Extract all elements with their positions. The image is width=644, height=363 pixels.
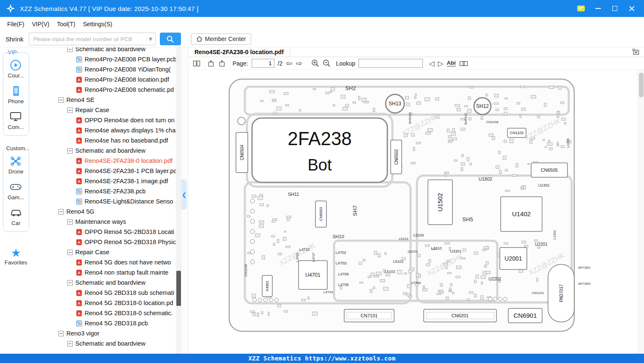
collapse-expander-icon[interactable] bbox=[58, 97, 64, 103]
tree-item[interactable]: AReno4SE-2FA238-1 image.pdf bbox=[32, 176, 181, 186]
collapse-expander-icon[interactable] bbox=[67, 341, 73, 346]
menu-item[interactable]: Settings(S) bbox=[79, 17, 116, 31]
collapse-expander-icon[interactable] bbox=[58, 331, 64, 336]
panel-splitter[interactable]: ❮ bbox=[181, 47, 188, 354]
sidebar-item-phone[interactable]: Phone bbox=[8, 85, 24, 104]
tree-item-label[interactable]: Schematic and boardview bbox=[75, 340, 145, 347]
collapse-expander-icon[interactable] bbox=[67, 280, 73, 286]
menu-item[interactable]: File(F) bbox=[3, 17, 28, 31]
tree-item-label[interactable]: Reno4se always displays 1% cha bbox=[85, 127, 175, 134]
tree-item[interactable]: AOPPO Reno4se does not turn on bbox=[32, 115, 181, 125]
close-document-icon[interactable] bbox=[632, 49, 640, 57]
tree-item[interactable]: Reno4Pro-2AE008 YiDianTong( bbox=[32, 64, 181, 74]
tree-item-label[interactable]: Reno4Pro-2AE008 YiDianTong( bbox=[85, 66, 171, 73]
chevron-down-icon[interactable]: ▼ bbox=[146, 36, 152, 42]
tree-item-label[interactable]: Reno4 5G 2BD318-0 location.pd bbox=[85, 300, 173, 306]
tree-item-label[interactable]: Reno4Pro-2AE008 schematic.pd bbox=[85, 86, 174, 93]
tree-item[interactable]: Schematic and boardview bbox=[32, 47, 181, 54]
tree-item-label[interactable]: Reno4 non startup fault mainte bbox=[85, 269, 168, 276]
tree-item[interactable]: Repair Case bbox=[32, 247, 181, 257]
text-select-tool-icon[interactable]: Abi bbox=[447, 60, 456, 66]
previous-page-icon[interactable]: ⇦ bbox=[286, 59, 292, 68]
next-page-icon[interactable]: ⇨ bbox=[296, 59, 302, 68]
tree-item[interactable]: AReno4 5G 2BD318 sub schemati bbox=[32, 288, 181, 298]
collapse-tree-handle[interactable]: ❮ bbox=[181, 179, 187, 210]
rotate-right-icon[interactable] bbox=[218, 59, 226, 68]
rotate-left-icon[interactable] bbox=[207, 59, 215, 68]
two-page-view-icon[interactable] bbox=[193, 59, 200, 68]
compare-view-icon[interactable] bbox=[459, 59, 468, 68]
tree-item[interactable]: AOPPO Reno4 5G-2BD318 Locati bbox=[32, 227, 181, 237]
vip-card-icon[interactable] bbox=[574, 3, 588, 14]
collapse-expander-icon[interactable] bbox=[58, 209, 64, 214]
tree-item[interactable]: AOPPO Reno4 5G-2BD318 Physic bbox=[32, 237, 181, 247]
document-tab[interactable]: Reno4SE-2FA238-0 location.pdf bbox=[189, 47, 290, 57]
tree-item[interactable]: AReno4SE-2FA238-0 location.pdf bbox=[32, 156, 181, 166]
zoom-in-icon[interactable] bbox=[311, 59, 319, 68]
tree-scrollbar-thumb[interactable] bbox=[176, 271, 181, 306]
sidebar-item-course[interactable]: Cour... bbox=[8, 60, 24, 79]
tree-item[interactable]: AReno4se has no baseband.pdf bbox=[32, 135, 181, 146]
model-search-box[interactable]: ▼ bbox=[29, 33, 156, 45]
zoom-out-icon[interactable] bbox=[323, 59, 331, 68]
tree-item-label[interactable]: Reno3 vigor bbox=[66, 330, 99, 337]
close-button[interactable]: × bbox=[625, 3, 639, 14]
tree-item-label[interactable]: OPPO Reno4 5G-2BD318 Physic bbox=[85, 239, 176, 245]
tree-item[interactable]: AReno4Pro-2AE008 schematic.pd bbox=[32, 85, 181, 95]
lookup-input[interactable] bbox=[359, 59, 423, 68]
pdf-scrollbar[interactable] bbox=[638, 70, 644, 354]
tree-item[interactable]: Schematic and boardview bbox=[32, 146, 181, 156]
sidebar-item-computer[interactable]: Com... bbox=[8, 111, 24, 130]
tree-item[interactable]: Maintenance ways bbox=[32, 217, 181, 227]
tree-item-label[interactable]: Reno4 5G 2BD318 sub schemati bbox=[85, 289, 174, 296]
tree-item[interactable]: Reno4SE-2FA238.pcb bbox=[32, 186, 181, 196]
tree-item-label[interactable]: Reno4 SE bbox=[66, 96, 94, 103]
tree-item[interactable]: Reno4 5G 2BD318.pcb bbox=[32, 318, 181, 328]
tree-item-label[interactable]: Reno4se has no baseband.pdf bbox=[85, 137, 168, 144]
tree-item-label[interactable]: Reno4Pro-2AE008 location.pdf bbox=[85, 76, 169, 83]
pdf-scrollbar-thumb[interactable] bbox=[639, 73, 644, 97]
sidebar-item-drone[interactable]: Drone bbox=[8, 156, 23, 175]
tree-item-label[interactable]: Reno4 5G does not have netwo bbox=[85, 259, 171, 266]
collapse-expander-icon[interactable] bbox=[67, 107, 73, 113]
tree-item-label[interactable]: Reno4SE-Light&Distance Senso bbox=[85, 198, 173, 205]
collapse-expander-icon[interactable] bbox=[67, 219, 73, 225]
sidebar-item-favorites[interactable]: ★ Favorites bbox=[5, 247, 27, 266]
tree-item[interactable]: AReno4Pro-2AE008 location.pdf bbox=[32, 74, 181, 85]
tree-item-label[interactable]: Schematic and boardview bbox=[75, 47, 145, 52]
member-center-button[interactable]: Member Center bbox=[191, 33, 251, 45]
tree-item[interactable]: Reno4Pro-2AE008 PCB layer.pcb bbox=[32, 54, 181, 64]
search-button[interactable] bbox=[160, 33, 181, 45]
previous-result-icon[interactable]: ◁ bbox=[429, 59, 434, 68]
menu-item[interactable]: Tool(T) bbox=[53, 17, 79, 31]
menu-item[interactable]: VIP(V) bbox=[28, 17, 53, 31]
tree-item-label[interactable]: Reno4 5G bbox=[66, 208, 94, 215]
tree-item[interactable]: AReno4 non startup fault mainte bbox=[32, 267, 181, 278]
tree-item-label[interactable]: Reno4 5G 2BD318.pcb bbox=[85, 320, 148, 327]
minimize-button[interactable] bbox=[591, 3, 605, 14]
tree-item-label[interactable]: Reno4SE-2FA238-1 PCB layer.pd bbox=[85, 168, 177, 174]
maximize-button[interactable] bbox=[608, 3, 622, 14]
tree-item-label[interactable]: Schematic and boardview bbox=[75, 147, 145, 154]
tree-item-label[interactable]: Repair Case bbox=[75, 107, 110, 113]
tree-item-label[interactable]: OPPO Reno4 5G-2BD318 Locati bbox=[85, 228, 174, 235]
tree-item-label[interactable]: Reno4SE-2FA238-0 location.pdf bbox=[85, 157, 173, 164]
tree-item-label[interactable]: Reno4 5G 2BD318-0 schematic. bbox=[85, 310, 173, 316]
tree-item[interactable]: Schematic and boardview bbox=[32, 338, 181, 349]
tree-item[interactable]: Reno4 SE bbox=[32, 95, 181, 105]
next-result-icon[interactable]: ▷ bbox=[438, 59, 443, 68]
tree-item[interactable]: AReno4 5G 2BD318-0 schematic. bbox=[32, 308, 181, 318]
tree-item-label[interactable]: Reno4SE-2FA238.pcb bbox=[85, 188, 145, 195]
sidebar-item-game[interactable]: Gam... bbox=[8, 182, 24, 201]
tree-item-label[interactable]: Reno4SE-2FA238-1 image.pdf bbox=[85, 178, 168, 184]
collapse-expander-icon[interactable] bbox=[67, 47, 73, 52]
tree-item-label[interactable]: Maintenance ways bbox=[75, 218, 126, 225]
tree-scrollbar[interactable] bbox=[176, 47, 181, 354]
tree-item[interactable]: Reno4SE-Light&Distance Senso bbox=[32, 196, 181, 206]
tree-item[interactable]: Repair Case bbox=[32, 105, 181, 115]
tree-item[interactable]: Schematic and boardview bbox=[32, 278, 181, 288]
tree-item[interactable]: Reno3 vigor bbox=[32, 328, 181, 338]
sidebar-item-car[interactable]: Car bbox=[10, 207, 22, 226]
tree-item-label[interactable]: OPPO Reno4se does not turn on bbox=[85, 117, 175, 124]
shrink-button[interactable]: Shrink bbox=[3, 36, 26, 43]
